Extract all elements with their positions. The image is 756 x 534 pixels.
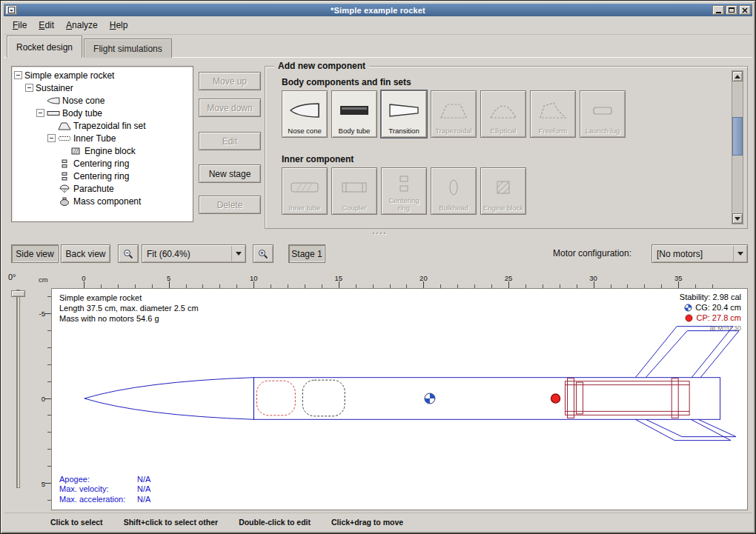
component-button-centering-ring[interactable]: Centering ring: [381, 167, 427, 215]
menu-file[interactable]: File: [7, 19, 33, 32]
lower-fin-outline-2: [646, 419, 736, 436]
max-acceleration-value: N/A: [137, 495, 150, 505]
tree-item-nose-cone[interactable]: Nose cone: [12, 94, 193, 107]
ruler-unit-label: cm: [39, 276, 48, 284]
component-scrollbar[interactable]: [732, 70, 743, 224]
engine-block-icon: [487, 170, 520, 204]
splitter-handle[interactable]: [357, 231, 401, 236]
component-button-bulkhead[interactable]: Bulkhead: [431, 167, 477, 215]
component-tree[interactable]: Simple example rocket Sustainer Nose con…: [11, 66, 193, 222]
zoom-select[interactable]: Fit (60.4%): [142, 244, 246, 263]
component-button-label: Engine block: [483, 204, 523, 212]
motor-select-arrow[interactable]: [733, 246, 746, 261]
tab-rocket-design[interactable]: Rocket design: [7, 36, 82, 58]
tree-item-body-tube[interactable]: Body tube: [12, 107, 193, 119]
collapse-icon[interactable]: [36, 109, 44, 117]
scroll-down-icon: [735, 217, 740, 221]
max-velocity-label: Max. velocity:: [59, 484, 137, 495]
motor-configuration-select[interactable]: [No motors]: [651, 244, 748, 263]
menu-help[interactable]: Help: [104, 19, 134, 32]
close-icon: [742, 7, 748, 13]
component-button-trapezoidal[interactable]: Trapezoidal: [431, 90, 477, 138]
back-view-button[interactable]: Back view: [61, 244, 110, 263]
tree-item-label: Simple example rocket: [24, 70, 114, 81]
tree-item-trapezoidal-fin-set[interactable]: Trapezoidal fin set: [12, 119, 193, 132]
window-title: *Simple example rocket: [4, 6, 752, 15]
tree-item-label: Centering ring: [73, 171, 129, 181]
window-menu-button[interactable]: [5, 5, 17, 15]
component-button-body-tube[interactable]: Body tube: [331, 90, 377, 138]
nose-cone-icon: [47, 96, 60, 105]
transition-icon: [388, 93, 420, 127]
ruler-tick-label: 0: [42, 395, 45, 403]
rocket-info: Simple example rocket Length 37.5 cm, ma…: [59, 293, 199, 324]
new-stage-button[interactable]: New stage: [199, 164, 261, 183]
component-button-nose-cone[interactable]: Nose cone: [282, 90, 328, 138]
collapse-icon[interactable]: [47, 134, 56, 142]
component-button-engine-block[interactable]: Engine block: [480, 167, 526, 215]
tree-actions: Move up Move down Edit New stage Delete: [199, 72, 261, 216]
maximize-button[interactable]: [726, 5, 737, 15]
scrollbar-thumb[interactable]: [732, 117, 743, 156]
tree-item-parachute[interactable]: Parachute: [12, 182, 193, 195]
tree-item-mass-component[interactable]: Mass component: [12, 195, 193, 207]
zoom-select-arrow[interactable]: [231, 246, 245, 261]
trapezoidal-fin-icon: [437, 93, 470, 127]
vertical-ruler: -5 0 5: [35, 288, 51, 510]
menu-bar: File Edit Analyze Help: [4, 16, 752, 35]
tree-item-centering-ring-1[interactable]: Centering ring: [12, 157, 193, 170]
scroll-up-icon: [735, 75, 740, 79]
elliptical-fin-icon: [487, 93, 520, 127]
tree-item-inner-tube[interactable]: Inner Tube: [12, 132, 193, 144]
component-button-label: Centering ring: [382, 197, 425, 212]
engine-block-icon: [69, 147, 82, 156]
scroll-down-button[interactable]: [732, 213, 743, 224]
close-button[interactable]: [739, 5, 751, 15]
component-button-elliptical[interactable]: Elliptical: [480, 90, 526, 138]
tab-strip: Rocket design Flight simulations: [7, 36, 172, 58]
ruler-tick-label: 5: [167, 274, 170, 282]
ruler-tick-label: 0: [82, 274, 85, 282]
inner-components-row: Inner tube Coupler Centering ring Bulkhe…: [282, 167, 526, 215]
ruler-tick-label: 10: [250, 274, 258, 282]
edit-button[interactable]: Edit: [199, 132, 261, 150]
delete-button[interactable]: Delete: [199, 196, 261, 214]
tab-flight-simulations[interactable]: Flight simulations: [84, 39, 172, 58]
component-button-launch-lug[interactable]: Launch lug: [580, 90, 626, 138]
stage-1-toggle[interactable]: Stage 1: [288, 244, 325, 263]
tree-item-label: Nose cone: [62, 96, 105, 106]
move-up-button[interactable]: Move up: [199, 72, 261, 90]
body-components-row: Nose cone Body tube Transition Trapezoid…: [282, 90, 626, 138]
collapse-icon[interactable]: [14, 71, 22, 79]
component-button-freeform[interactable]: Freeform: [530, 90, 576, 138]
scroll-up-button[interactable]: [732, 71, 743, 81]
tree-item-centering-ring-2[interactable]: Centering ring: [12, 170, 193, 182]
ruler-tick-label: 15: [335, 274, 343, 282]
component-button-coupler[interactable]: Coupler: [331, 167, 377, 215]
menu-analyze[interactable]: Analyze: [60, 19, 104, 32]
window-menu-icon: [8, 7, 15, 13]
component-button-transition[interactable]: Transition: [381, 90, 427, 138]
hint-shift-click: Shift+click to select other: [124, 518, 219, 527]
rotation-slider-handle[interactable]: [11, 290, 25, 297]
mass-component-icon: [58, 197, 71, 206]
zoom-in-icon: [258, 249, 268, 259]
rocket-canvas[interactable]: Simple example rocket Length 37.5 cm, ma…: [51, 288, 748, 510]
rocket-dimensions: Length 37.5 cm, max. diameter 2.5 cm: [59, 303, 199, 313]
minimize-button[interactable]: [712, 5, 724, 15]
title-bar[interactable]: *Simple example rocket: [4, 4, 752, 16]
tree-item-sustainer[interactable]: Sustainer: [12, 81, 193, 94]
centering-ring-icon: [58, 172, 71, 181]
cg-value: CG: 20.4 cm: [695, 302, 741, 313]
collapse-icon[interactable]: [25, 84, 33, 92]
zoom-out-button[interactable]: [118, 244, 139, 263]
tree-item-engine-block[interactable]: Engine block: [12, 144, 193, 157]
tree-item-rocket[interactable]: Simple example rocket: [12, 69, 193, 81]
tree-item-label: Sustainer: [36, 83, 73, 93]
menu-edit[interactable]: Edit: [33, 19, 60, 32]
rotation-slider-track[interactable]: [16, 290, 20, 488]
zoom-in-button[interactable]: [253, 244, 273, 263]
move-down-button[interactable]: Move down: [199, 99, 261, 117]
side-view-button[interactable]: Side view: [11, 244, 59, 263]
component-button-inner-tube[interactable]: Inner tube: [282, 167, 328, 215]
